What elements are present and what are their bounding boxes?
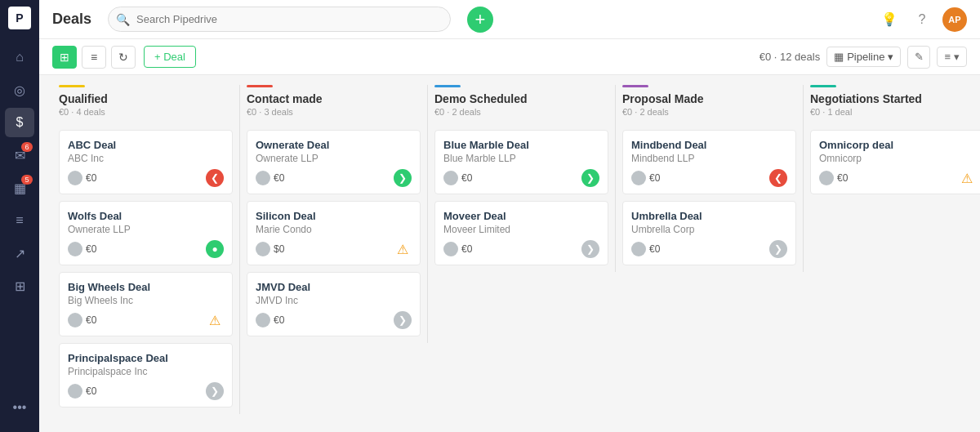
deal-footer: €0 ● [68,240,224,258]
deal-card[interactable]: Omnicorp deal Omnicorp €0 ⚠ [810,130,980,194]
column-negotiations_started: Negotiations Started €0 · 1 deal Omnicor… [804,85,980,201]
deal-footer: €0 ❯ [443,240,599,258]
deal-stats: €0 · 12 deals [760,51,820,63]
sidebar-item-calendar[interactable]: ▦ 5 [5,173,34,203]
filter-chevron-icon: ▾ [954,51,960,63]
view-refresh-button[interactable]: ↻ [111,46,136,69]
deal-status-icon[interactable]: ❯ [769,240,787,258]
deal-status-icon[interactable]: ❯ [206,382,224,400]
col-title-negotiations_started: Negotiations Started [810,92,980,105]
deal-avatar [68,384,82,399]
add-deal-button[interactable]: + Deal [144,46,196,68]
sidebar-logo[interactable]: P [8,7,31,29]
sidebar-item-chart[interactable]: ↗ [5,238,34,268]
pipeline-chevron-icon: ▾ [888,51,893,63]
deal-amount: $0 [274,243,284,255]
deal-status-icon[interactable]: ❯ [394,169,412,187]
deal-status-icon[interactable]: ❮ [769,169,787,187]
deal-value: €0 [443,171,472,185]
col-header-contact_made: Contact made €0 · 3 deals [247,85,421,122]
sidebar-item-home[interactable]: ⌂ [5,42,34,72]
sidebar-item-table[interactable]: ≡ [5,206,34,235]
col-header-qualified: Qualified €0 · 4 deals [59,85,233,122]
col-title-demo_scheduled: Demo Scheduled [434,92,608,105]
deal-status-icon[interactable]: ❯ [394,311,412,329]
deal-footer: €0 ❯ [443,169,599,187]
column-contact_made: Contact made €0 · 3 deals Ownerate Deal … [240,85,428,343]
sidebar-item-deals[interactable]: $ [5,108,34,137]
deal-card[interactable]: Ownerate Deal Ownerate LLP €0 ❯ [247,130,421,194]
deal-status-icon[interactable]: ❯ [581,240,599,258]
col-stats-negotiations_started: €0 · 1 deal [810,107,980,117]
deal-amount: €0 [837,172,848,184]
edit-pipeline-button[interactable]: ✎ [907,46,930,69]
sidebar-item-briefcase[interactable]: ⊞ [5,271,34,301]
deal-value: €0 [631,242,660,256]
deal-footer: €0 ❮ [631,169,787,187]
deal-footer: €0 ❯ [256,311,412,329]
pipeline-selector[interactable]: ▦ Pipeline ▾ [826,47,901,67]
deal-value: $0 [256,242,284,256]
column-demo_scheduled: Demo Scheduled €0 · 2 deals Blue Marble … [428,85,616,272]
column-qualified: Qualified €0 · 4 deals ABC Deal ABC Inc … [52,85,240,414]
deal-card[interactable]: Umbrella Deal Umbrella Corp €0 ❯ [622,201,796,265]
view-board-button[interactable]: ⊞ [52,46,77,69]
deal-company: Marie Condo [256,224,412,235]
deal-amount: €0 [649,172,660,184]
deal-name: ABC Deal [68,139,224,151]
sidebar-item-mail[interactable]: ✉ 6 [5,140,34,170]
deal-card[interactable]: Silicon Deal Marie Condo $0 ⚠ [247,201,421,265]
deal-amount: €0 [461,243,472,255]
col-header-proposal_made: Proposal Made €0 · 2 deals [622,85,796,122]
filter-button[interactable]: ≡ ▾ [937,47,967,67]
deal-company: Ownerate LLP [256,153,412,164]
search-input[interactable] [108,7,451,32]
col-stats-qualified: €0 · 4 deals [59,107,233,117]
deal-company: ABC Inc [68,153,224,164]
deal-amount: €0 [274,172,284,184]
avatar[interactable]: AP [942,7,967,32]
deal-card[interactable]: ABC Deal ABC Inc €0 ❮ [59,130,233,194]
deal-card[interactable]: Big Wheels Deal Big Wheels Inc €0 ⚠ [59,272,233,336]
sidebar-item-more[interactable]: ••• [5,393,34,422]
col-stats-contact_made: €0 · 3 deals [247,107,421,117]
lightbulb-icon[interactable]: 💡 [877,7,902,32]
deal-company: Mindbend LLP [631,153,787,164]
col-title-proposal_made: Proposal Made [622,92,796,105]
deal-footer: €0 ❯ [68,382,224,400]
deal-status-icon[interactable]: ⚠ [394,240,412,258]
deal-status-icon[interactable]: ❮ [206,169,224,187]
search-icon: 🔍 [116,13,130,26]
deal-footer: €0 ❮ [68,169,224,187]
deal-card[interactable]: Mindbend Deal Mindbend LLP €0 ❮ [622,130,796,194]
col-indicator-demo_scheduled [434,85,461,87]
deal-card[interactable]: Principalspace Deal Principalspace Inc €… [59,343,233,408]
help-icon[interactable]: ? [910,7,934,32]
deal-company: Big Wheels Inc [68,295,224,306]
deal-amount: €0 [86,243,96,255]
view-list-button[interactable]: ≡ [82,46,106,69]
col-indicator-qualified [59,85,85,87]
deal-status-icon[interactable]: ⚠ [958,169,976,187]
board: Qualified €0 · 4 deals ABC Deal ABC Inc … [39,75,980,432]
deal-status-icon[interactable]: ❯ [581,169,599,187]
add-button[interactable]: + [467,7,493,33]
deal-name: Mindbend Deal [631,139,787,151]
deal-card[interactable]: JMVD Deal JMVD Inc €0 ❯ [247,272,421,336]
deal-status-icon[interactable]: ● [206,240,224,258]
deal-value: €0 [68,171,96,185]
deal-name: Blue Marble Deal [443,139,599,151]
calendar-badge: 5 [21,175,33,185]
deal-value: €0 [256,313,284,327]
deal-company: Blue Marble LLP [443,153,599,164]
deal-card[interactable]: Wolfs Deal Ownerate LLP €0 ● [59,201,233,265]
pipeline-label: Pipeline [847,51,884,63]
deal-name: Umbrella Deal [631,210,787,222]
deal-card[interactable]: Moveer Deal Moveer Limited €0 ❯ [434,201,608,265]
deal-avatar [68,242,82,256]
sidebar-item-target[interactable]: ◎ [5,75,34,105]
toolbar-right: €0 · 12 deals ▦ Pipeline ▾ ✎ ≡ ▾ [760,46,967,69]
deal-avatar [443,171,458,185]
deal-card[interactable]: Blue Marble Deal Blue Marble LLP €0 ❯ [434,130,608,194]
deal-status-icon[interactable]: ⚠ [206,311,224,329]
